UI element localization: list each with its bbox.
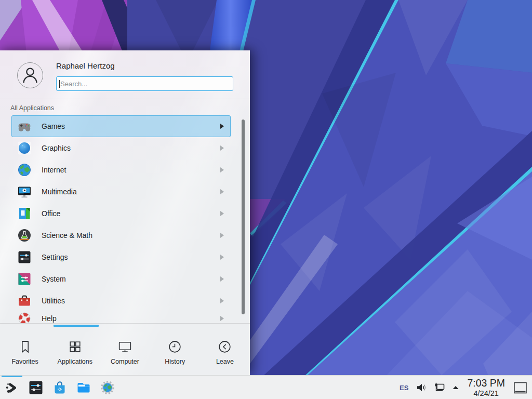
taskbar-launchers — [0, 376, 119, 399]
leave-icon — [217, 339, 232, 354]
menu-item-multimedia[interactable]: Multimedia — [11, 181, 231, 203]
menu-item-label: Utilities — [42, 297, 65, 305]
discover-software-icon — [52, 380, 68, 395]
clock-date: 4/24/21 — [467, 390, 505, 397]
menu-item-games[interactable]: Games — [11, 115, 231, 137]
tab-label: Applications — [58, 358, 92, 365]
menu-item-office[interactable]: Office — [11, 203, 231, 224]
tab-history[interactable]: History — [150, 327, 200, 375]
help-icon — [17, 311, 32, 323]
discover-button[interactable] — [48, 376, 72, 399]
science-icon — [17, 228, 32, 243]
active-tab-indicator — [54, 325, 99, 327]
web-browser-icon — [100, 380, 115, 395]
taskbar-panel: ES 7:03 PM 4/24/21 — [0, 375, 532, 399]
menu-item-internet[interactable]: Internet — [11, 159, 231, 181]
games-icon — [17, 119, 32, 134]
settings-icon — [17, 250, 32, 264]
history-clock-icon — [167, 339, 182, 354]
menu-item-label: Graphics — [42, 144, 71, 152]
submenu-arrow-icon — [220, 211, 224, 216]
header-divider — [0, 99, 250, 99]
tab-label: History — [165, 358, 185, 365]
multimedia-icon — [17, 184, 32, 199]
submenu-arrow-icon — [220, 316, 224, 321]
system-settings-button[interactable] — [24, 376, 48, 399]
file-manager-button[interactable] — [72, 376, 96, 399]
menu-item-label: System — [42, 275, 66, 283]
folder-icon — [76, 380, 91, 395]
submenu-arrow-icon — [220, 145, 224, 151]
network-icon[interactable] — [433, 381, 446, 394]
submenu-arrow-icon — [220, 189, 224, 194]
list-scrollbar[interactable] — [242, 119, 245, 314]
tabbar-divider — [0, 323, 250, 324]
menu-item-label: Games — [42, 122, 65, 130]
menu-item-system[interactable]: System — [11, 268, 231, 290]
menu-item-label: Help — [42, 314, 57, 323]
utilities-icon — [17, 294, 32, 308]
bookmark-icon — [18, 339, 33, 354]
menu-item-label: Office — [42, 209, 60, 218]
system-icon — [17, 272, 32, 286]
tab-applications[interactable]: Applications — [50, 327, 100, 375]
menu-item-help[interactable]: Help — [11, 308, 231, 323]
system-tray: ES 7:03 PM 4/24/21 — [400, 376, 532, 399]
text-caret — [59, 80, 60, 88]
menu-item-settings[interactable]: Settings — [11, 246, 231, 268]
application-launcher-menu: Raphael Hertzog All Applications Games — [0, 50, 250, 375]
volume-icon[interactable] — [415, 381, 428, 394]
category-list: Games Graphics — [0, 115, 250, 323]
menu-item-science-math[interactable]: Science & Math — [11, 224, 231, 246]
app-grid-icon — [68, 339, 83, 354]
submenu-arrow-icon — [220, 298, 224, 303]
tab-label: Computer — [111, 358, 139, 365]
web-browser-button[interactable] — [96, 376, 119, 399]
graphics-icon — [17, 141, 32, 155]
application-launcher-button[interactable] — [0, 376, 24, 399]
tab-computer[interactable]: Computer — [100, 327, 150, 375]
submenu-arrow-icon — [220, 276, 224, 282]
section-label: All Applications — [10, 104, 54, 112]
computer-icon — [117, 339, 132, 354]
digital-clock[interactable]: 7:03 PM 4/24/21 — [467, 378, 505, 397]
submenu-arrow-icon — [220, 167, 224, 172]
menu-item-label: Settings — [42, 253, 68, 261]
user-name: Raphael Hertzog — [56, 61, 115, 70]
search-input[interactable] — [56, 76, 233, 91]
user-avatar-icon[interactable] — [17, 62, 43, 88]
tab-leave[interactable]: Leave — [200, 327, 250, 375]
internet-icon — [17, 163, 32, 177]
show-desktop-button[interactable] — [513, 381, 527, 395]
menu-item-graphics[interactable]: Graphics — [11, 137, 231, 159]
submenu-arrow-icon — [220, 124, 224, 129]
menu-item-label: Multimedia — [42, 188, 77, 196]
tab-label: Leave — [216, 358, 234, 365]
office-icon — [17, 206, 32, 221]
submenu-arrow-icon — [220, 255, 224, 260]
tab-favorites[interactable]: Favorites — [0, 327, 50, 375]
launcher-header: Raphael Hertzog — [0, 50, 250, 99]
keyboard-layout-indicator[interactable]: ES — [400, 384, 408, 392]
system-settings-icon — [28, 380, 44, 395]
application-launcher-icon — [4, 380, 20, 395]
desktop: Raphael Hertzog All Applications Games — [0, 0, 532, 399]
submenu-arrow-icon — [220, 233, 224, 238]
launcher-tab-bar: Favorites Applications Computer — [0, 327, 250, 375]
expand-tray-arrow-icon[interactable] — [451, 383, 460, 392]
menu-item-label: Science & Math — [42, 231, 92, 240]
menu-item-label: Internet — [42, 166, 66, 174]
tab-label: Favorites — [11, 358, 38, 365]
clock-time: 7:03 PM — [467, 378, 505, 389]
